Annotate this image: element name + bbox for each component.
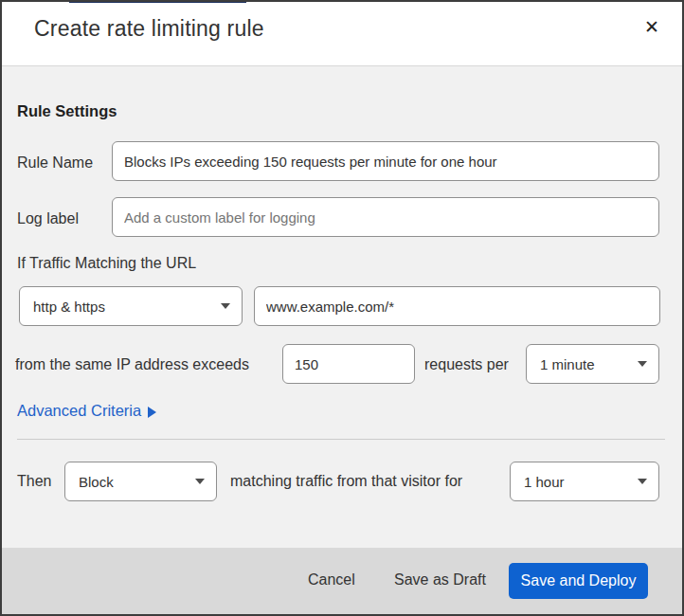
duration-select[interactable]: 1 hour (510, 462, 659, 501)
request-count-input[interactable] (282, 344, 415, 384)
save-as-draft-button[interactable]: Save as Draft (394, 571, 486, 589)
threshold-prefix-text: from the same IP address exceeds (15, 356, 249, 373)
url-pattern-input[interactable] (254, 286, 660, 326)
rule-name-input[interactable] (112, 141, 659, 181)
section-divider (17, 439, 665, 440)
action-select-value: Block (79, 474, 114, 490)
scheme-select[interactable]: http & https (19, 286, 243, 326)
save-and-deploy-button[interactable]: Save and Deploy (509, 563, 648, 599)
cancel-button[interactable]: Cancel (308, 571, 355, 589)
log-label-label: Log label (17, 210, 79, 227)
duration-select-value: 1 hour (524, 474, 565, 490)
rule-name-label: Rule Name (17, 154, 93, 172)
log-label-input[interactable] (112, 197, 659, 237)
rule-settings-heading: Rule Settings (17, 102, 117, 120)
period-select[interactable]: 1 minute (526, 344, 659, 384)
scheme-select-value: http & https (33, 299, 105, 315)
advanced-criteria-link[interactable]: Advanced Criteria (17, 402, 156, 420)
action-select[interactable]: Block (64, 462, 217, 501)
period-select-value: 1 minute (540, 356, 595, 372)
then-label: Then (17, 473, 51, 490)
chevron-down-icon (221, 303, 230, 309)
chevron-down-icon (195, 479, 205, 484)
close-icon[interactable]: ✕ (637, 11, 667, 42)
traffic-match-label: If Traffic Matching the URL (17, 255, 196, 272)
create-rate-limiting-rule-dialog: Create rate limiting rule ✕ Rule Setting… (0, 0, 684, 616)
chevron-right-icon (148, 407, 156, 418)
chevron-down-icon (638, 361, 647, 367)
chevron-down-icon (638, 479, 647, 484)
top-accent-bar (69, 0, 246, 3)
dialog-title: Create rate limiting rule (34, 16, 264, 42)
action-middle-text: matching traffic from that visitor for (230, 473, 462, 490)
threshold-middle-text: requests per (424, 356, 509, 373)
advanced-criteria-label: Advanced Criteria (17, 402, 141, 420)
dialog-header: Create rate limiting rule ✕ (2, 2, 682, 66)
